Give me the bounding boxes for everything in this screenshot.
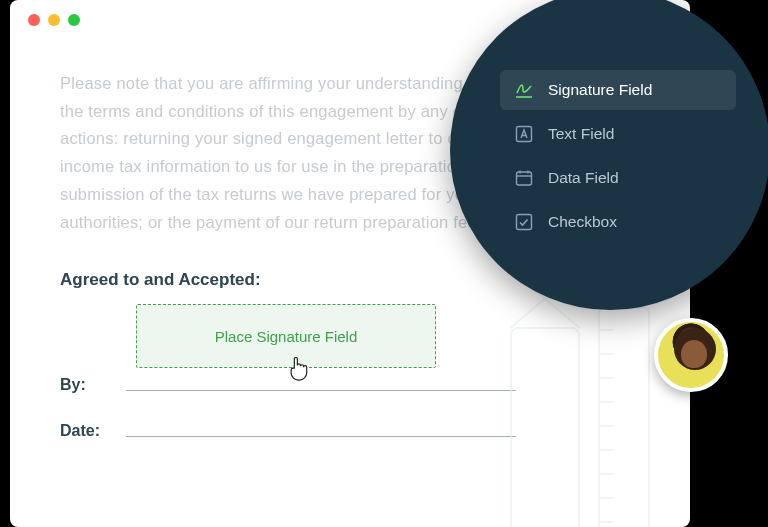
window-controls (28, 14, 80, 26)
window-zoom[interactable] (68, 14, 80, 26)
text-icon (514, 124, 534, 144)
menu-option-text[interactable]: Text Field (500, 114, 736, 154)
svg-rect-6 (517, 215, 532, 230)
menu-option-label: Checkbox (548, 213, 617, 231)
menu-option-signature[interactable]: Signature Field (500, 70, 736, 110)
user-avatar[interactable] (654, 318, 728, 392)
signature-placeholder-label: Place Signature Field (215, 328, 358, 345)
calendar-icon (514, 168, 534, 188)
menu-option-data[interactable]: Data Field (500, 158, 736, 198)
menu-option-label: Data Field (548, 169, 619, 187)
ruler-icon (598, 307, 650, 527)
pointer-cursor-icon (287, 357, 309, 383)
signature-drop-zone[interactable]: Place Signature Field (136, 304, 436, 368)
checkbox-icon (514, 212, 534, 232)
window-close[interactable] (28, 14, 40, 26)
field-type-menu: Signature Field Text Field Data Field Ch… (450, 0, 768, 310)
pencil-icon (510, 327, 580, 527)
decorative-shapes (510, 307, 650, 527)
date-label: Date: (60, 422, 120, 440)
signature-icon (514, 80, 534, 100)
menu-option-label: Signature Field (548, 81, 652, 99)
window-minimize[interactable] (48, 14, 60, 26)
menu-option-checkbox[interactable]: Checkbox (500, 202, 736, 242)
by-label: By: (60, 376, 120, 394)
by-input-line[interactable] (126, 390, 516, 391)
date-input-line[interactable] (126, 436, 516, 437)
svg-rect-2 (517, 172, 532, 185)
menu-option-label: Text Field (548, 125, 614, 143)
